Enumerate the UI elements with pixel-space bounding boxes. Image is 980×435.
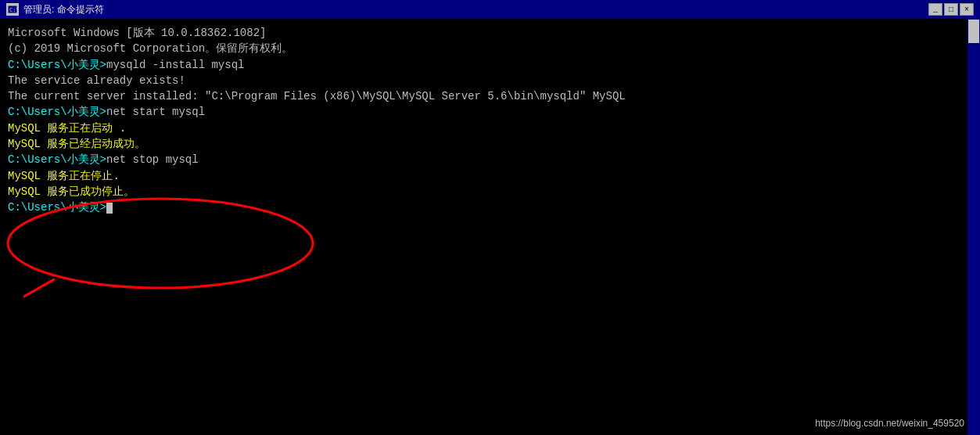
console-line: The current server installed: "C:\Progra… (8, 88, 972, 104)
minimize-button[interactable]: _ (928, 3, 942, 16)
console-line: MySQL 服务正在启动 . (8, 120, 972, 136)
scrollbar-thumb[interactable] (968, 20, 979, 43)
watermark: https://blog.csdn.net/weixin_459520 (815, 418, 964, 429)
maximize-button[interactable]: □ (944, 3, 958, 16)
title-bar-buttons: _ □ × (928, 3, 974, 16)
close-button[interactable]: × (960, 3, 974, 16)
title-bar: C:\ 管理员: 命令提示符 _ □ × (0, 0, 980, 19)
scrollbar[interactable] (967, 19, 980, 435)
console-line: (c) 2019 Microsoft Corporation。保留所有权利。 (8, 41, 972, 56)
console-line: C:\Users\小美灵> (8, 200, 972, 215)
console-line: MySQL 服务已成功停止。 (8, 184, 972, 200)
title-bar-left: C:\ 管理员: 命令提示符 (6, 3, 104, 16)
console-line: C:\Users\小美灵>mysqld -install mysql (8, 57, 972, 73)
console-line: The service already exists! (8, 73, 972, 88)
console-lines: Microsoft Windows [版本 10.0.18362.1082](c… (8, 25, 972, 216)
console-line: C:\Users\小美灵>net start mysql (8, 104, 972, 120)
console-line: Microsoft Windows [版本 10.0.18362.1082] (8, 25, 972, 41)
title-text: 管理员: 命令提示符 (23, 3, 104, 16)
console-line: C:\Users\小美灵>net stop mysql (8, 152, 972, 167)
console-icon: C:\ (6, 3, 19, 16)
console-line: MySQL 服务正在停止. (8, 168, 972, 184)
console-line: MySQL 服务已经启动成功。 (8, 136, 972, 152)
console-area: Microsoft Windows [版本 10.0.18362.1082](c… (0, 19, 980, 435)
svg-text:C:\: C:\ (9, 7, 18, 13)
